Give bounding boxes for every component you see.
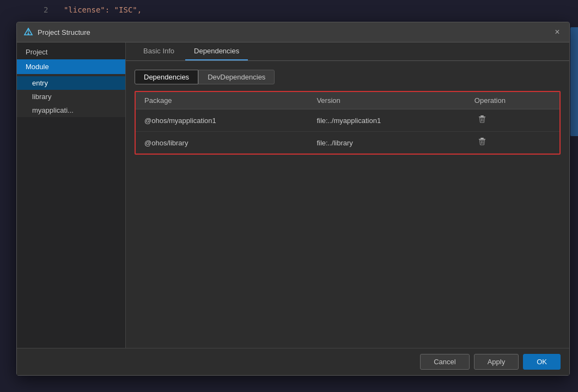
left-panel: Project Module entry library myapplicati…	[17, 42, 126, 348]
dependencies-table: Package Version Operation @ohos/myapplic…	[136, 92, 559, 154]
modal-title-left: Project Structure	[23, 27, 90, 37]
editor-value: "ISC",	[114, 5, 142, 14]
column-header-package: Package	[136, 92, 308, 109]
editor-line: 2 "license": "ISC",	[44, 5, 142, 14]
sidebar-subitem-myapplication[interactable]: myapplicati...	[17, 103, 125, 117]
cancel-button[interactable]: Cancel	[420, 354, 469, 370]
line-number: 2	[44, 5, 48, 14]
modal-body: Project Module entry library myapplicati…	[17, 42, 569, 348]
trash-icon	[478, 115, 486, 124]
sidebar-item-module[interactable]: Module	[17, 59, 125, 74]
editor-content: "license":	[64, 5, 114, 14]
modal-title-text: Project Structure	[38, 28, 90, 36]
operation-cell-2	[466, 132, 559, 154]
tab-basic-info[interactable]: Basic Info	[135, 42, 183, 60]
sub-tabs: Dependencies DevDependencies	[135, 70, 561, 84]
svg-rect-6	[479, 139, 485, 140]
dependencies-table-container: Package Version Operation @ohos/myapplic…	[135, 91, 561, 155]
apply-button[interactable]: Apply	[474, 354, 519, 370]
column-header-version: Version	[308, 92, 465, 109]
right-content: Basic Info Dependencies Dependencies Dev…	[126, 42, 569, 348]
package-name-1: @ohos/myapplication1	[136, 109, 308, 132]
sidebar-subitem-entry[interactable]: entry	[17, 76, 125, 90]
right-sidebar-strip	[570, 27, 578, 136]
modal-footer: Cancel Apply OK	[17, 348, 569, 375]
subtab-dev-dependencies[interactable]: DevDependencies	[198, 70, 275, 84]
package-version-2: file:../library	[308, 132, 465, 154]
operation-cell-1	[466, 109, 559, 132]
top-tabs: Basic Info Dependencies	[126, 42, 569, 61]
package-name-2: @ohos/library	[136, 132, 308, 154]
subtab-dependencies[interactable]: Dependencies	[135, 70, 198, 84]
table-header-row: Package Version Operation	[136, 92, 559, 109]
table-row: @ohos/myapplication1 file:../myapplicati…	[136, 109, 559, 132]
trash-icon	[478, 137, 486, 146]
svg-rect-2	[479, 117, 485, 118]
content-area: Dependencies DevDependencies Package Ver…	[126, 61, 569, 348]
svg-rect-5	[480, 138, 484, 139]
table-row: @ohos/library file:../library	[136, 132, 559, 154]
sub-nav: entry library myapplicati...	[17, 74, 125, 117]
column-header-operation: Operation	[466, 92, 559, 109]
tab-dependencies[interactable]: Dependencies	[185, 42, 248, 60]
modal-close-button[interactable]: ×	[552, 27, 563, 38]
sidebar-subitem-library[interactable]: library	[17, 90, 125, 103]
svg-point-0	[28, 33, 29, 35]
ok-button[interactable]: OK	[523, 354, 561, 370]
package-version-1: file:../myapplication1	[308, 109, 465, 132]
svg-rect-1	[480, 115, 484, 117]
app-logo-icon	[23, 27, 33, 37]
delete-button-2[interactable]	[474, 136, 490, 149]
modal-titlebar: Project Structure ×	[17, 22, 569, 42]
delete-button-1[interactable]	[474, 114, 490, 127]
project-structure-modal: Project Structure × Project Module entry…	[16, 22, 570, 376]
sidebar-item-project[interactable]: Project	[17, 45, 125, 59]
